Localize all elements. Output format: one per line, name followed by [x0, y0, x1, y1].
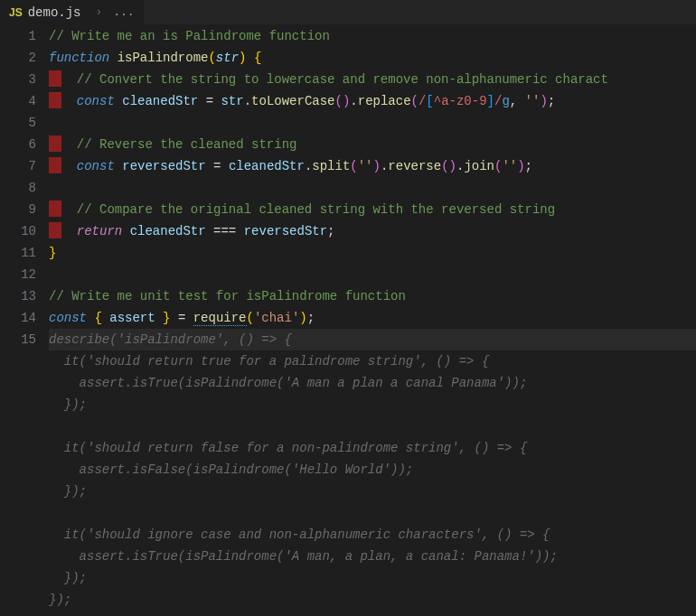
line-number	[0, 459, 36, 481]
line-number	[0, 589, 36, 611]
line-number: 4	[0, 90, 36, 112]
code-token: });	[49, 484, 87, 499]
code-token: return	[77, 224, 122, 238]
code-line[interactable]: it('should ignore case and non-alphanume…	[49, 524, 696, 546]
code-line[interactable]: // Reverse the cleaned string	[49, 134, 696, 155]
code-token	[246, 51, 253, 65]
code-token	[102, 311, 109, 325]
chevron-right-icon: ›	[92, 5, 107, 19]
code-line[interactable]	[49, 502, 696, 524]
code-token: )	[299, 311, 306, 325]
code-token: str	[216, 51, 239, 65]
line-number: 11	[0, 242, 36, 264]
line-number: 12	[0, 264, 36, 285]
code-token: // Convert the string to lowercase and r…	[77, 72, 608, 87]
diff-marker-icon	[49, 157, 61, 173]
code-line[interactable]: return cleanedStr === reversedStr;	[49, 220, 696, 242]
code-line[interactable]: it('should return true for a palindrome …	[49, 350, 696, 372]
code-line[interactable]: assert.isFalse(isPalindrome('Hello World…	[49, 459, 696, 481]
code-line[interactable]: it('should return false for a non-palind…	[49, 437, 696, 459]
code-editor[interactable]: 12345678910111213141516 // Write me an i…	[0, 25, 696, 616]
code-token: )	[449, 159, 456, 173]
code-token: cleanedStr	[130, 224, 206, 238]
line-number	[0, 546, 36, 567]
code-token: isPalindrome	[118, 51, 209, 65]
code-token: ^a-z0-9	[434, 94, 487, 108]
code-line[interactable]: });	[49, 394, 696, 415]
code-token	[122, 224, 129, 238]
code-token: reverse	[388, 159, 441, 173]
line-number	[0, 524, 36, 546]
code-token: toLowerCase	[251, 94, 334, 108]
code-token: 'chai'	[254, 311, 299, 325]
code-token: it('should ignore case and non-alphanume…	[49, 527, 550, 542]
code-token: [	[426, 94, 433, 108]
code-token: reversedStr	[122, 159, 205, 173]
code-line[interactable]	[49, 415, 696, 437]
code-token: ;	[525, 159, 532, 173]
line-number	[0, 437, 36, 459]
code-line[interactable]: });	[49, 481, 696, 502]
line-number: 14	[0, 307, 36, 329]
code-token: ;	[327, 224, 334, 238]
code-token	[221, 159, 228, 173]
code-token	[170, 311, 177, 325]
code-line[interactable]: const cleanedStr = str.toLowerCase().rep…	[49, 90, 696, 112]
breadcrumb-rest: ...	[113, 5, 134, 19]
code-token: it('should return false for a non-palind…	[49, 441, 527, 455]
code-line[interactable]: describe('isPalindrome', () => {	[49, 329, 696, 350]
code-token: {	[254, 51, 261, 65]
line-number: 15	[0, 329, 36, 350]
code-token: )	[540, 94, 547, 108]
javascript-icon: JS	[9, 6, 23, 19]
code-token: =	[206, 94, 213, 108]
code-line[interactable]: function isPalindrome(str) {	[49, 47, 696, 69]
code-token: });	[49, 397, 87, 412]
code-token: // Reverse the cleaned string	[77, 137, 297, 152]
line-number-gutter: 12345678910111213141516	[0, 25, 49, 616]
code-line[interactable]	[49, 112, 696, 134]
code-token: assert.isTrue(isPalindrome('A man a plan…	[49, 376, 527, 390]
code-token: ;	[548, 94, 555, 108]
code-token: ===	[213, 224, 236, 238]
code-line[interactable]: }	[49, 242, 696, 264]
code-area[interactable]: // Write me an is Palindrome functionfun…	[49, 25, 696, 616]
code-line[interactable]: assert.isTrue(isPalindrome('A man, a pla…	[49, 546, 696, 567]
code-token	[115, 159, 122, 173]
code-line[interactable]: assert.isTrue(isPalindrome('A man a plan…	[49, 372, 696, 394]
code-line[interactable]: const { assert } = require('chai');	[49, 307, 696, 329]
line-number	[0, 567, 36, 589]
code-token	[206, 159, 213, 173]
line-number: 16	[0, 611, 36, 616]
line-number: 8	[0, 177, 36, 199]
code-token: join	[464, 159, 494, 173]
code-line[interactable]	[49, 611, 696, 616]
code-token	[236, 224, 243, 238]
line-number: 10	[0, 220, 36, 242]
code-line[interactable]: // Write me an is Palindrome function	[49, 25, 696, 47]
code-line[interactable]: const reversedStr = cleanedStr.split('')…	[49, 155, 696, 177]
code-line[interactable]: // Compare the original cleaned string w…	[49, 199, 696, 220]
code-token: ;	[307, 311, 315, 325]
line-number	[0, 415, 36, 437]
code-line[interactable]: // Write me unit test for isPalindrome f…	[49, 285, 696, 307]
line-number	[0, 481, 36, 502]
code-line[interactable]: });	[49, 567, 696, 589]
code-token	[198, 94, 205, 108]
code-token: ''	[525, 94, 541, 108]
code-line[interactable]	[49, 177, 696, 199]
code-line[interactable]	[49, 264, 696, 285]
diff-marker-icon	[49, 70, 61, 87]
line-number	[0, 350, 36, 372]
tab-bar: JS demo.js › ...	[0, 0, 696, 25]
code-token: (	[441, 159, 448, 173]
code-token: .	[244, 94, 251, 108]
code-token: assert	[109, 311, 155, 325]
code-line[interactable]: // Convert the string to lowercase and r…	[49, 69, 696, 90]
code-token: replace	[358, 94, 411, 108]
tab-demo-js[interactable]: JS demo.js › ...	[0, 0, 144, 25]
line-number: 9	[0, 199, 36, 220]
code-token: // Write me an is Palindrome function	[49, 29, 330, 43]
code-token: (	[247, 311, 254, 325]
code-line[interactable]: });	[49, 589, 696, 611]
